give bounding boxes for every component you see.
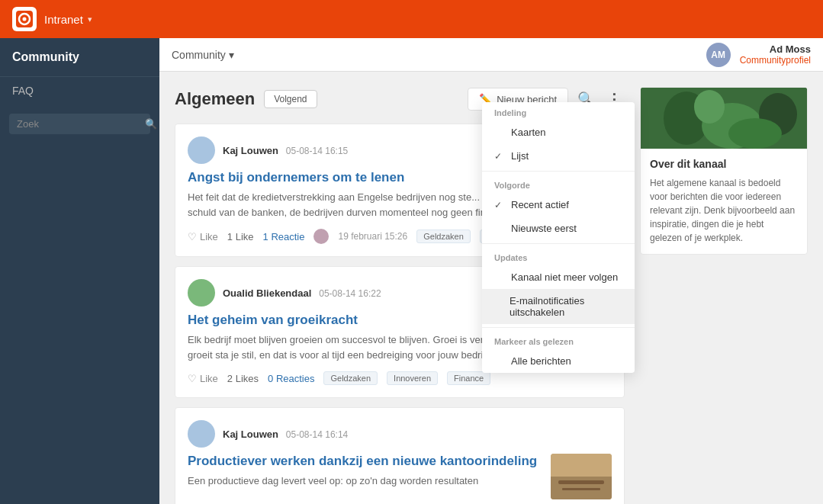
app-title-chevron: ▾ bbox=[88, 14, 92, 24]
heart-icon-2: ♡ bbox=[188, 373, 197, 384]
search-icon: 🔍 bbox=[145, 118, 157, 130]
svg-point-11 bbox=[694, 90, 725, 124]
user-avatar: AM bbox=[706, 43, 731, 67]
dropdown-section-updates: Updates bbox=[482, 247, 635, 265]
app-logo bbox=[12, 7, 37, 31]
app-title[interactable]: Intranet ▾ bbox=[44, 13, 92, 26]
dropdown-item-kaarten[interactable]: Kaarten bbox=[482, 120, 635, 144]
dropdown-divider-1 bbox=[482, 171, 635, 172]
svg-point-12 bbox=[728, 118, 782, 149]
user-info: Ad Moss Communityprofiel bbox=[740, 43, 811, 66]
sidebar-item-faq[interactable]: FAQ bbox=[0, 77, 159, 104]
post-footer-2: ♡ Like 2 Likes 0 Reacties Geldzaken Inno… bbox=[188, 371, 612, 385]
dropdown-item-emailnotificaties[interactable]: E-mailnotificaties uitschakelen bbox=[482, 289, 635, 324]
dropdown-section-markeer: Markeer als gelezen bbox=[482, 331, 635, 349]
post-excerpt-3: Een productieve dag levert veel op: op z… bbox=[188, 474, 538, 489]
like-count-1: 1 Like bbox=[227, 231, 254, 242]
sidebar: Community FAQ 🔍 bbox=[0, 38, 159, 504]
user-name: Ad Moss bbox=[740, 43, 811, 55]
dropdown-menu: Indeling Kaarten ✓ Lijst Volgorde ✓ Rece… bbox=[482, 102, 635, 373]
sidebar-search-bar[interactable]: 🔍 bbox=[9, 114, 150, 134]
dropdown-item-kanaal-niet-volgen[interactable]: Kanaal niet meer volgen bbox=[482, 265, 635, 289]
dropdown-item-recent-actief[interactable]: ✓ Recent actief bbox=[482, 193, 635, 217]
like-button-1[interactable]: ♡ Like bbox=[188, 231, 218, 242]
author-avatar-3 bbox=[188, 420, 215, 448]
top-navigation: Intranet ▾ bbox=[0, 0, 823, 38]
svg-rect-6 bbox=[562, 488, 600, 490]
heart-icon-1: ♡ bbox=[188, 231, 197, 242]
community-profile-link[interactable]: Communityprofiel bbox=[740, 55, 811, 66]
post-date-2: 05-08-14 16:22 bbox=[319, 288, 381, 299]
svg-point-2 bbox=[23, 18, 27, 21]
channel-info-body: Over dit kanaal Het algemene kanaal is b… bbox=[641, 149, 807, 254]
secondary-header: Community ▾ AM Ad Moss Communityprofiel bbox=[159, 38, 823, 72]
author-avatar-2 bbox=[188, 279, 215, 307]
author-name-2: Oualid Bliekendaal bbox=[223, 287, 311, 299]
search-input[interactable] bbox=[17, 118, 145, 130]
post-date-3: 05-08-14 16:14 bbox=[286, 429, 348, 440]
post-thumbnail-3 bbox=[551, 454, 612, 499]
channel-info-desc: Het algemene kanaal is bedoeld voor beri… bbox=[650, 176, 798, 245]
reaction-date-1: 19 februari 15:26 bbox=[338, 231, 407, 242]
channel-info-title: Over dit kanaal bbox=[650, 158, 798, 170]
sidebar-community-title: Community bbox=[0, 38, 159, 77]
post-title-3[interactable]: Productiever werken dankzij een nieuwe k… bbox=[188, 454, 538, 469]
dropdown-section-volgorde: Volgorde bbox=[482, 175, 635, 193]
dropdown-section-indeling: Indeling bbox=[482, 102, 635, 120]
community-dropdown[interactable]: Community ▾ bbox=[172, 49, 234, 61]
reaction-avatar-1 bbox=[313, 229, 329, 244]
post-author-row-3: Kaj Louwen 05-08-14 16:14 bbox=[188, 420, 612, 448]
channel-info-card: Over dit kanaal Het algemene kanaal is b… bbox=[640, 87, 808, 255]
channel-banner bbox=[641, 88, 807, 149]
author-meta-3: Kaj Louwen 05-08-14 16:14 bbox=[223, 428, 612, 440]
dropdown-item-nieuwste-eerst[interactable]: Nieuwste eerst bbox=[482, 217, 635, 240]
dropdown-item-alle-berichten[interactable]: Alle berichten bbox=[482, 349, 635, 373]
reactions-link-1[interactable]: 1 Reactie bbox=[263, 231, 305, 242]
post-date-1: 05-08-14 16:15 bbox=[286, 146, 348, 156]
right-sidebar: Over dit kanaal Het algemene kanaal is b… bbox=[640, 87, 808, 504]
author-name-1: Kaj Louwen bbox=[223, 145, 278, 156]
tag-geldzaken-1[interactable]: Geldzaken bbox=[416, 230, 471, 243]
dropdown-divider-2 bbox=[482, 243, 635, 244]
author-avatar-1 bbox=[188, 136, 215, 164]
svg-rect-5 bbox=[558, 480, 604, 484]
community-nav: Community ▾ bbox=[172, 49, 234, 61]
channel-title: Algemeen bbox=[175, 89, 255, 109]
follow-button[interactable]: Volgend bbox=[264, 90, 317, 108]
user-area: AM Ad Moss Communityprofiel bbox=[706, 43, 811, 67]
like-count-2: 2 Likes bbox=[227, 373, 259, 384]
author-name-3: Kaj Louwen bbox=[223, 429, 278, 440]
dropdown-item-lijst[interactable]: ✓ Lijst bbox=[482, 144, 635, 168]
tag-innoveren-2[interactable]: Innoveren bbox=[387, 371, 438, 385]
reactions-link-2[interactable]: 0 Reacties bbox=[268, 373, 314, 384]
like-button-2[interactable]: ♡ Like bbox=[188, 373, 218, 384]
post-card-3: Kaj Louwen 05-08-14 16:14 Productiever w… bbox=[175, 407, 625, 504]
tag-geldzaken-2[interactable]: Geldzaken bbox=[323, 371, 378, 385]
post-with-image: Productiever werken dankzij een nieuwe k… bbox=[188, 454, 612, 499]
tag-finance-2[interactable]: Finance bbox=[447, 371, 490, 385]
dropdown-divider-3 bbox=[482, 327, 635, 328]
